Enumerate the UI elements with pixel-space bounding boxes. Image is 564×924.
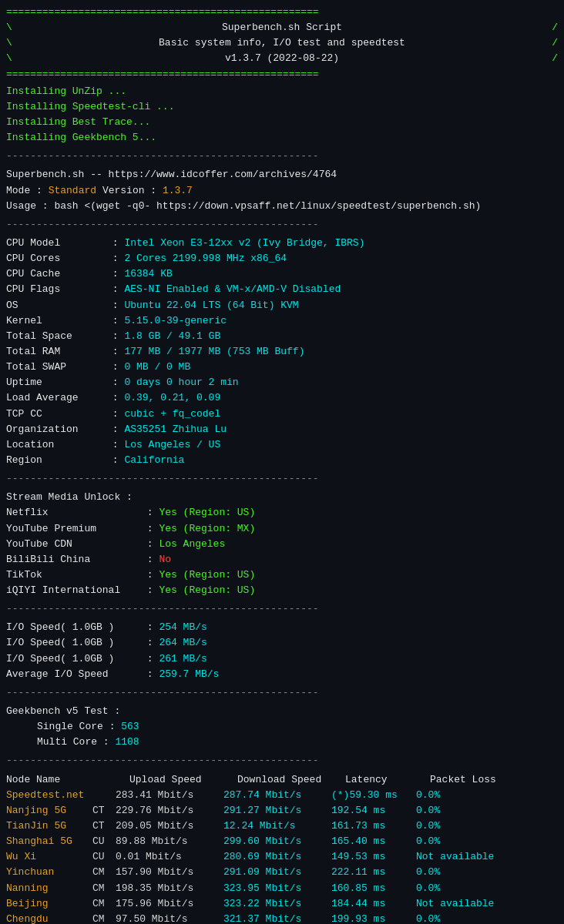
- latency: (*)59.30 ms: [331, 788, 416, 803]
- divider-6: ----------------------------------------…: [6, 753, 558, 768]
- upload-speed: 0.01 Mbit/s: [116, 849, 223, 865]
- node-name: TianJin 5G: [6, 819, 92, 834]
- divider-1: ----------------------------------------…: [6, 149, 558, 164]
- divider-2: ----------------------------------------…: [6, 217, 558, 233]
- node-name: Yinchuan: [6, 865, 92, 880]
- io-colon: :: [141, 653, 159, 665]
- sysinfo-label: Organization: [6, 422, 106, 437]
- sysinfo-value: 177 MB / 1977 MB (753 MB Buff): [124, 346, 304, 357]
- io-label: I/O Speed( 1.0GB ): [6, 635, 141, 651]
- packet-loss: 0.0%: [416, 819, 478, 834]
- install-line-1: Installing UnZip ...: [6, 84, 558, 99]
- node-name: Shanghai 5G: [6, 834, 92, 849]
- latency: 160.85 ms: [331, 881, 416, 896]
- node-name: Wu Xi: [6, 849, 92, 865]
- stream-header: Stream Media Unlock :: [6, 490, 558, 505]
- install-line-3: Installing Best Trace...: [6, 115, 558, 130]
- sysinfo-label: CPU Cache: [6, 266, 106, 282]
- sysinfo-label: Location: [6, 437, 106, 453]
- sysinfo-row: Uptime : 0 days 0 hour 2 min: [6, 375, 558, 390]
- sysinfo-label: TCP CC: [6, 407, 106, 422]
- geekbench-multi-label: Multi Core: [6, 736, 97, 748]
- upload-speed: 198.35 Mbit/s: [116, 881, 223, 896]
- download-speed: 323.22 Mbit/s: [223, 896, 331, 912]
- upload-speed: 209.05 Mbit/s: [116, 819, 223, 834]
- stream-label: YouTube Premium: [6, 521, 141, 537]
- latency: 192.54 ms: [331, 803, 416, 819]
- sysinfo-colon: :: [106, 346, 124, 357]
- divider-3: ----------------------------------------…: [6, 471, 558, 487]
- io-section: I/O Speed( 1.0GB ) : 254 MB/sI/O Speed( …: [6, 620, 558, 682]
- sysinfo-label: CPU Cores: [6, 251, 106, 266]
- node-code: CT: [92, 819, 116, 834]
- sysinfo-row: CPU Cores : 2 Cores 2199.998 MHz x86_64: [6, 251, 558, 266]
- sysinfo-colon: :: [106, 377, 124, 388]
- latency: 222.11 ms: [331, 865, 416, 880]
- header-subtitle-line: \ Basic system info, I/O test and speedt…: [6, 35, 558, 51]
- download-speed: 291.09 Mbit/s: [223, 865, 331, 880]
- stream-value: Yes (Region: US): [159, 569, 255, 581]
- node-code: [92, 788, 116, 803]
- download-speed: 299.60 Mbit/s: [223, 834, 331, 849]
- stream-value: No: [159, 554, 171, 565]
- node-name: Nanjing 5G: [6, 803, 92, 819]
- io-value: 259.7 MB/s: [159, 668, 219, 680]
- install-line-4: Installing Geekbench 5...: [6, 130, 558, 146]
- sysinfo-colon: :: [106, 392, 124, 403]
- sysinfo-colon: :: [106, 300, 124, 311]
- io-value: 254 MB/s: [159, 621, 206, 633]
- stream-label: YouTube CDN: [6, 537, 141, 552]
- sysinfo-value: 16384 KB: [124, 268, 172, 280]
- header-bottom-border: ========================================…: [6, 67, 558, 82]
- sysinfo-value: 0 days 0 hour 2 min: [124, 377, 238, 388]
- sysinfo-colon: :: [106, 408, 124, 420]
- geekbench-single-label: Single Core: [6, 721, 103, 732]
- geekbench-multi-value: 1108: [115, 736, 139, 748]
- geekbench-multi: Multi Core : 1108: [6, 735, 558, 750]
- col-upload: Upload Speed: [129, 772, 237, 788]
- geekbench-multi-colon: :: [103, 736, 116, 748]
- geekbench-section: Geekbench v5 Test : Single Core : 563 Mu…: [6, 704, 558, 750]
- stream-row: YouTube Premium : Yes (Region: MX): [6, 521, 558, 537]
- download-speed: 280.69 Mbit/s: [223, 849, 331, 865]
- download-speed: 321.37 Mbit/s: [223, 912, 331, 924]
- io-row: I/O Speed( 1.0GB ) : 254 MB/s: [6, 620, 558, 635]
- io-colon: :: [141, 637, 159, 648]
- stream-value: Yes (Region: US): [159, 584, 255, 596]
- geekbench-header: Geekbench v5 Test :: [6, 704, 558, 719]
- latency: 161.73 ms: [331, 819, 416, 834]
- node-code: CU: [92, 834, 116, 849]
- sysinfo-row: Total SWAP : 0 MB / 0 MB: [6, 360, 558, 375]
- header-block: \ Superbench.sh Script / \ Basic system …: [6, 20, 558, 66]
- header-title: Superbench.sh Script: [222, 20, 342, 35]
- sysinfo-value: AES-NI Enabled & VM-x/AMD-V Disabled: [124, 283, 341, 295]
- upload-speed: 175.96 Mbit/s: [116, 896, 223, 912]
- col-download: Download Speed: [237, 772, 345, 788]
- sysinfo-colon: :: [106, 439, 124, 450]
- node-name: Nanning: [6, 881, 92, 896]
- stream-colon: :: [141, 538, 159, 550]
- stream-value: Yes (Region: US): [159, 507, 255, 518]
- backslash-left3: \: [6, 51, 12, 66]
- sysinfo-value: AS35251 Zhihua Lu: [124, 424, 227, 435]
- sysinfo-row: OS : Ubuntu 22.04 LTS (64 Bit) KVM: [6, 298, 558, 313]
- sysinfo-row: Load Average : 0.39, 0.21, 0.09: [6, 390, 558, 406]
- sysinfo-row: Total RAM : 177 MB / 1977 MB (753 MB Buf…: [6, 344, 558, 360]
- speedtest1-section: Node Name Upload Speed Download Speed La…: [6, 772, 558, 924]
- backslash-left: \: [6, 20, 12, 35]
- divider-5: ----------------------------------------…: [6, 685, 558, 701]
- sysinfo-label: Total RAM: [6, 344, 106, 360]
- node-code: CM: [92, 912, 116, 924]
- io-row: Average I/O Speed : 259.7 MB/s: [6, 667, 558, 682]
- geekbench-single-colon: :: [109, 721, 122, 732]
- sysinfo-row: Organization : AS35251 Zhihua Lu: [6, 422, 558, 437]
- sysinfo-row: CPU Flags : AES-NI Enabled & VM-x/AMD-V …: [6, 282, 558, 297]
- speedtest-row: Wu Xi CU 0.01 Mbit/s 280.69 Mbit/s 149.5…: [6, 849, 558, 865]
- packet-loss: 0.0%: [416, 788, 478, 803]
- version-value: 1.3.7: [163, 185, 193, 196]
- speedtest-row: Beijing CM 175.96 Mbit/s 323.22 Mbit/s 1…: [6, 896, 558, 912]
- io-value: 264 MB/s: [159, 637, 206, 648]
- divider-4: ----------------------------------------…: [6, 601, 558, 617]
- sysinfo-value: 0.39, 0.21, 0.09: [124, 392, 220, 403]
- header-title-line: \ Superbench.sh Script /: [6, 20, 558, 35]
